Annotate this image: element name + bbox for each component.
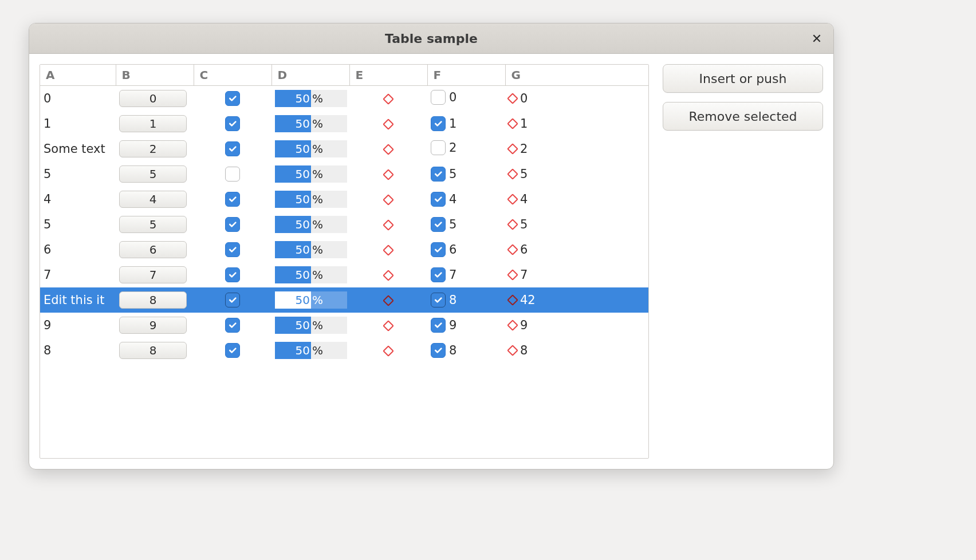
progress-bar[interactable]: 50 % (275, 165, 347, 183)
checkbox-f[interactable] (431, 140, 446, 155)
column-header[interactable]: D (271, 65, 349, 86)
cell-a[interactable]: 9 (40, 313, 116, 338)
table-row[interactable]: 7 7 50 % 7 (40, 262, 648, 287)
table-row[interactable]: 0 0 50 % 0 (40, 86, 648, 112)
diamond-icon[interactable] (507, 168, 518, 180)
row-button[interactable]: 5 (119, 216, 187, 233)
progress-bar[interactable]: 50 % (275, 317, 347, 334)
diamond-icon[interactable] (383, 244, 394, 256)
checkbox-f[interactable] (431, 242, 446, 257)
diamond-icon[interactable] (383, 169, 394, 180)
column-header[interactable]: E (349, 65, 427, 86)
cell-a[interactable]: Some text (40, 136, 116, 161)
table-row[interactable]: Edit this it 8 50 % 8 (40, 287, 648, 313)
diamond-icon[interactable] (383, 345, 394, 357)
checkbox-f[interactable] (431, 217, 446, 232)
table-header-row[interactable]: A B C D E F G (40, 65, 648, 86)
progress-bar[interactable]: 50 % (275, 90, 347, 107)
progress-bar[interactable]: 50 % (275, 241, 347, 258)
diamond-icon[interactable] (507, 244, 518, 255)
row-button[interactable]: 5 (119, 165, 187, 183)
progress-bar[interactable]: 50 % (275, 342, 347, 359)
row-button[interactable]: 9 (119, 317, 187, 334)
row-button[interactable]: 7 (119, 266, 187, 283)
row-button[interactable]: 4 (119, 191, 187, 208)
row-button[interactable]: 0 (119, 90, 187, 107)
checkbox-f[interactable] (431, 343, 446, 358)
table-row[interactable]: 4 4 50 % 4 (40, 187, 648, 212)
table-row[interactable]: 5 5 50 % 5 (40, 212, 648, 237)
checkbox-f[interactable] (431, 293, 446, 307)
diamond-icon[interactable] (507, 93, 518, 104)
checkbox-c[interactable] (225, 293, 240, 307)
cell-a[interactable]: 6 (40, 237, 116, 262)
row-button[interactable]: 8 (119, 342, 187, 359)
table-row[interactable]: 8 8 50 % 8 (40, 338, 648, 363)
close-icon[interactable]: ✕ (808, 30, 825, 47)
checkbox-f[interactable] (431, 167, 446, 182)
diamond-icon[interactable] (383, 295, 394, 306)
checkbox-c[interactable] (225, 141, 240, 156)
table-row[interactable]: Some text 2 50 % 2 (40, 136, 648, 161)
table-row[interactable]: 6 6 50 % 6 (40, 237, 648, 262)
cell-a[interactable]: Edit this it (40, 287, 116, 313)
remove-button[interactable]: Remove selected (663, 102, 823, 131)
cell-a[interactable]: 0 (40, 86, 116, 112)
checkbox-f[interactable] (431, 192, 446, 207)
diamond-icon[interactable] (383, 93, 394, 105)
progress-bar[interactable]: 50 % (275, 291, 347, 309)
cell-a[interactable]: 4 (40, 187, 116, 212)
checkbox-c[interactable] (225, 318, 240, 333)
column-header[interactable]: B (116, 65, 194, 86)
column-header[interactable]: F (427, 65, 505, 86)
table-row[interactable]: 1 1 50 % 1 (40, 111, 648, 136)
progress-bar[interactable]: 50 % (275, 266, 347, 283)
table-row[interactable]: 9 9 50 % 9 (40, 313, 648, 338)
column-header[interactable]: C (194, 65, 271, 86)
diamond-icon[interactable] (507, 269, 518, 281)
checkbox-f[interactable] (431, 116, 446, 131)
checkbox-c[interactable] (225, 217, 240, 232)
diamond-icon[interactable] (383, 219, 394, 231)
progress-bar[interactable]: 50 % (275, 140, 347, 157)
row-button[interactable]: 1 (119, 115, 187, 132)
diamond-icon[interactable] (383, 320, 394, 332)
diamond-icon[interactable] (383, 119, 394, 130)
insert-button[interactable]: Insert or push (663, 64, 823, 93)
row-button[interactable]: 8 (119, 291, 187, 309)
checkbox-c[interactable] (225, 91, 240, 106)
cell-a[interactable]: 5 (40, 161, 116, 187)
cell-a[interactable]: 1 (40, 111, 116, 136)
progress-bar[interactable]: 50 % (275, 191, 347, 208)
progress-bar[interactable]: 50 % (275, 115, 347, 132)
cell-a[interactable]: 5 (40, 212, 116, 237)
column-header[interactable]: A (40, 65, 116, 86)
checkbox-c[interactable] (225, 267, 240, 282)
diamond-icon[interactable] (507, 320, 518, 331)
cell-a[interactable]: 7 (40, 262, 116, 287)
checkbox-c[interactable] (225, 167, 240, 182)
data-table[interactable]: A B C D E F G 0 0 (40, 65, 648, 363)
diamond-icon[interactable] (507, 118, 518, 129)
diamond-icon[interactable] (507, 143, 518, 155)
checkbox-c[interactable] (225, 192, 240, 207)
checkbox-c[interactable] (225, 343, 240, 358)
checkbox-f[interactable] (431, 318, 446, 333)
table-row[interactable]: 5 5 50 % 5 (40, 161, 648, 187)
diamond-icon[interactable] (507, 345, 518, 356)
diamond-icon[interactable] (507, 219, 518, 230)
titlebar[interactable]: Table sample ✕ (29, 23, 833, 54)
checkbox-c[interactable] (225, 116, 240, 131)
diamond-icon[interactable] (383, 144, 394, 155)
column-header[interactable]: G (505, 65, 648, 86)
progress-bar[interactable]: 50 % (275, 216, 347, 233)
checkbox-f[interactable] (431, 90, 446, 105)
cell-a[interactable]: 8 (40, 338, 116, 363)
checkbox-c[interactable] (225, 242, 240, 257)
diamond-icon[interactable] (383, 270, 394, 281)
checkbox-f[interactable] (431, 267, 446, 282)
diamond-icon[interactable] (507, 194, 518, 205)
diamond-icon[interactable] (507, 294, 518, 306)
diamond-icon[interactable] (383, 194, 394, 206)
row-button[interactable]: 6 (119, 241, 187, 258)
